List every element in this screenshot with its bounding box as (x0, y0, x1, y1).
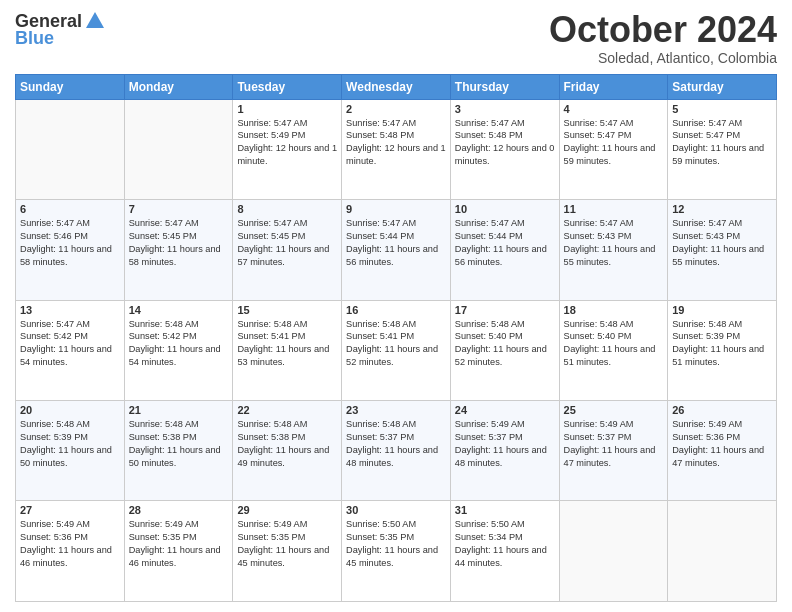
day-number: 15 (237, 304, 337, 316)
day-info: Sunrise: 5:47 AMSunset: 5:47 PMDaylight:… (672, 117, 772, 169)
day-number: 7 (129, 203, 229, 215)
calendar-table: Sunday Monday Tuesday Wednesday Thursday… (15, 74, 777, 602)
calendar-cell: 15Sunrise: 5:48 AMSunset: 5:41 PMDayligh… (233, 300, 342, 400)
calendar-cell: 1Sunrise: 5:47 AMSunset: 5:49 PMDaylight… (233, 99, 342, 199)
col-wednesday: Wednesday (342, 74, 451, 99)
day-info: Sunrise: 5:48 AMSunset: 5:39 PMDaylight:… (20, 418, 120, 470)
day-number: 21 (129, 404, 229, 416)
logo-icon (84, 10, 106, 32)
svg-marker-0 (86, 12, 104, 28)
calendar-cell: 27Sunrise: 5:49 AMSunset: 5:36 PMDayligh… (16, 501, 125, 602)
calendar-cell (124, 99, 233, 199)
day-number: 19 (672, 304, 772, 316)
location-subtitle: Soledad, Atlantico, Colombia (549, 50, 777, 66)
day-number: 11 (564, 203, 664, 215)
day-number: 12 (672, 203, 772, 215)
calendar-cell: 28Sunrise: 5:49 AMSunset: 5:35 PMDayligh… (124, 501, 233, 602)
day-info: Sunrise: 5:47 AMSunset: 5:42 PMDaylight:… (20, 318, 120, 370)
day-info: Sunrise: 5:48 AMSunset: 5:38 PMDaylight:… (237, 418, 337, 470)
day-info: Sunrise: 5:48 AMSunset: 5:39 PMDaylight:… (672, 318, 772, 370)
calendar-cell: 24Sunrise: 5:49 AMSunset: 5:37 PMDayligh… (450, 401, 559, 501)
day-number: 17 (455, 304, 555, 316)
day-info: Sunrise: 5:50 AMSunset: 5:34 PMDaylight:… (455, 518, 555, 570)
month-title: October 2024 (549, 10, 777, 50)
calendar-cell: 23Sunrise: 5:48 AMSunset: 5:37 PMDayligh… (342, 401, 451, 501)
calendar-cell: 21Sunrise: 5:48 AMSunset: 5:38 PMDayligh… (124, 401, 233, 501)
calendar-cell: 22Sunrise: 5:48 AMSunset: 5:38 PMDayligh… (233, 401, 342, 501)
day-number: 6 (20, 203, 120, 215)
day-info: Sunrise: 5:47 AMSunset: 5:46 PMDaylight:… (20, 217, 120, 269)
day-info: Sunrise: 5:48 AMSunset: 5:41 PMDaylight:… (346, 318, 446, 370)
day-info: Sunrise: 5:48 AMSunset: 5:40 PMDaylight:… (564, 318, 664, 370)
day-info: Sunrise: 5:47 AMSunset: 5:43 PMDaylight:… (672, 217, 772, 269)
day-number: 24 (455, 404, 555, 416)
calendar-cell: 7Sunrise: 5:47 AMSunset: 5:45 PMDaylight… (124, 200, 233, 300)
day-info: Sunrise: 5:48 AMSunset: 5:37 PMDaylight:… (346, 418, 446, 470)
calendar-cell: 20Sunrise: 5:48 AMSunset: 5:39 PMDayligh… (16, 401, 125, 501)
day-info: Sunrise: 5:48 AMSunset: 5:40 PMDaylight:… (455, 318, 555, 370)
day-number: 23 (346, 404, 446, 416)
day-number: 16 (346, 304, 446, 316)
calendar-cell: 11Sunrise: 5:47 AMSunset: 5:43 PMDayligh… (559, 200, 668, 300)
day-info: Sunrise: 5:49 AMSunset: 5:35 PMDaylight:… (237, 518, 337, 570)
day-info: Sunrise: 5:47 AMSunset: 5:47 PMDaylight:… (564, 117, 664, 169)
calendar-cell: 29Sunrise: 5:49 AMSunset: 5:35 PMDayligh… (233, 501, 342, 602)
day-info: Sunrise: 5:48 AMSunset: 5:38 PMDaylight:… (129, 418, 229, 470)
day-number: 5 (672, 103, 772, 115)
day-number: 8 (237, 203, 337, 215)
col-monday: Monday (124, 74, 233, 99)
day-number: 18 (564, 304, 664, 316)
day-info: Sunrise: 5:47 AMSunset: 5:48 PMDaylight:… (346, 117, 446, 169)
calendar-cell: 12Sunrise: 5:47 AMSunset: 5:43 PMDayligh… (668, 200, 777, 300)
day-info: Sunrise: 5:49 AMSunset: 5:36 PMDaylight:… (672, 418, 772, 470)
day-number: 2 (346, 103, 446, 115)
day-info: Sunrise: 5:47 AMSunset: 5:43 PMDaylight:… (564, 217, 664, 269)
calendar-cell: 5Sunrise: 5:47 AMSunset: 5:47 PMDaylight… (668, 99, 777, 199)
day-number: 31 (455, 504, 555, 516)
calendar-cell: 30Sunrise: 5:50 AMSunset: 5:35 PMDayligh… (342, 501, 451, 602)
day-info: Sunrise: 5:47 AMSunset: 5:45 PMDaylight:… (129, 217, 229, 269)
day-number: 22 (237, 404, 337, 416)
title-area: October 2024 Soledad, Atlantico, Colombi… (549, 10, 777, 66)
day-info: Sunrise: 5:47 AMSunset: 5:49 PMDaylight:… (237, 117, 337, 169)
calendar-cell: 8Sunrise: 5:47 AMSunset: 5:45 PMDaylight… (233, 200, 342, 300)
calendar-cell: 31Sunrise: 5:50 AMSunset: 5:34 PMDayligh… (450, 501, 559, 602)
day-info: Sunrise: 5:49 AMSunset: 5:35 PMDaylight:… (129, 518, 229, 570)
col-friday: Friday (559, 74, 668, 99)
calendar-cell: 26Sunrise: 5:49 AMSunset: 5:36 PMDayligh… (668, 401, 777, 501)
day-number: 9 (346, 203, 446, 215)
day-number: 30 (346, 504, 446, 516)
day-number: 3 (455, 103, 555, 115)
day-number: 29 (237, 504, 337, 516)
day-info: Sunrise: 5:47 AMSunset: 5:44 PMDaylight:… (455, 217, 555, 269)
calendar-cell (559, 501, 668, 602)
day-number: 28 (129, 504, 229, 516)
day-number: 4 (564, 103, 664, 115)
day-info: Sunrise: 5:50 AMSunset: 5:35 PMDaylight:… (346, 518, 446, 570)
day-number: 10 (455, 203, 555, 215)
calendar-cell (668, 501, 777, 602)
calendar-cell: 25Sunrise: 5:49 AMSunset: 5:37 PMDayligh… (559, 401, 668, 501)
day-info: Sunrise: 5:47 AMSunset: 5:45 PMDaylight:… (237, 217, 337, 269)
calendar-cell (16, 99, 125, 199)
calendar-cell: 2Sunrise: 5:47 AMSunset: 5:48 PMDaylight… (342, 99, 451, 199)
day-number: 13 (20, 304, 120, 316)
col-tuesday: Tuesday (233, 74, 342, 99)
col-thursday: Thursday (450, 74, 559, 99)
day-info: Sunrise: 5:48 AMSunset: 5:42 PMDaylight:… (129, 318, 229, 370)
logo-blue-text: Blue (15, 28, 54, 49)
calendar-cell: 3Sunrise: 5:47 AMSunset: 5:48 PMDaylight… (450, 99, 559, 199)
calendar-cell: 17Sunrise: 5:48 AMSunset: 5:40 PMDayligh… (450, 300, 559, 400)
day-number: 27 (20, 504, 120, 516)
day-info: Sunrise: 5:49 AMSunset: 5:37 PMDaylight:… (455, 418, 555, 470)
day-info: Sunrise: 5:49 AMSunset: 5:36 PMDaylight:… (20, 518, 120, 570)
calendar-cell: 19Sunrise: 5:48 AMSunset: 5:39 PMDayligh… (668, 300, 777, 400)
calendar-cell: 4Sunrise: 5:47 AMSunset: 5:47 PMDaylight… (559, 99, 668, 199)
col-sunday: Sunday (16, 74, 125, 99)
day-info: Sunrise: 5:47 AMSunset: 5:44 PMDaylight:… (346, 217, 446, 269)
day-number: 20 (20, 404, 120, 416)
calendar-cell: 18Sunrise: 5:48 AMSunset: 5:40 PMDayligh… (559, 300, 668, 400)
day-info: Sunrise: 5:49 AMSunset: 5:37 PMDaylight:… (564, 418, 664, 470)
day-info: Sunrise: 5:48 AMSunset: 5:41 PMDaylight:… (237, 318, 337, 370)
day-number: 26 (672, 404, 772, 416)
